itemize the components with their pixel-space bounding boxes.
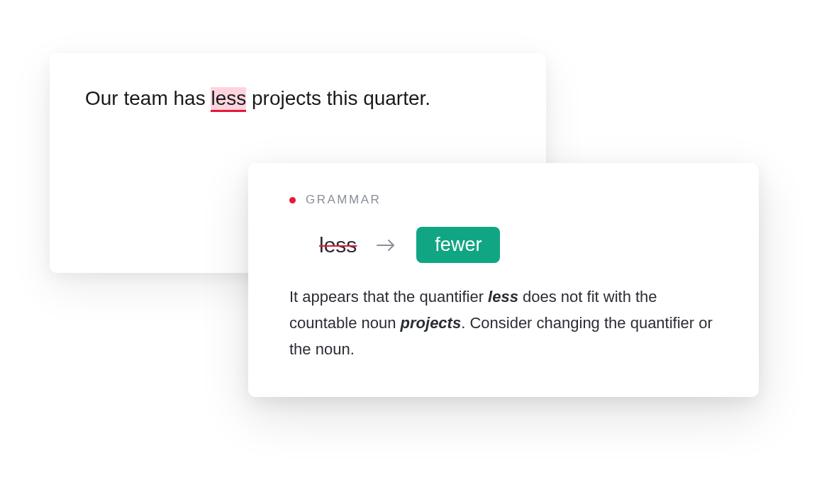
explanation-text: It appears that the quantifier less does… bbox=[289, 284, 718, 363]
correction-row: less fewer bbox=[319, 227, 718, 263]
original-word: less bbox=[319, 233, 357, 257]
text-before: Our team has bbox=[85, 87, 211, 109]
suggestion-card: GRAMMAR less fewer It appears that the q… bbox=[248, 163, 759, 397]
category-label: GRAMMAR bbox=[306, 193, 381, 207]
explanation-emphasis: projects bbox=[401, 314, 462, 332]
explanation-part: It appears that the quantifier bbox=[289, 288, 488, 306]
editor-sentence[interactable]: Our team has less projects this quarter. bbox=[85, 84, 511, 112]
apply-suggestion-button[interactable]: fewer bbox=[416, 227, 500, 263]
explanation-emphasis: less bbox=[488, 288, 518, 306]
error-highlight[interactable]: less bbox=[211, 87, 246, 112]
arrow-right-icon bbox=[377, 238, 396, 252]
text-after: projects this quarter. bbox=[246, 87, 430, 109]
category-dot-icon bbox=[289, 197, 296, 203]
suggestion-header: GRAMMAR bbox=[289, 193, 718, 207]
